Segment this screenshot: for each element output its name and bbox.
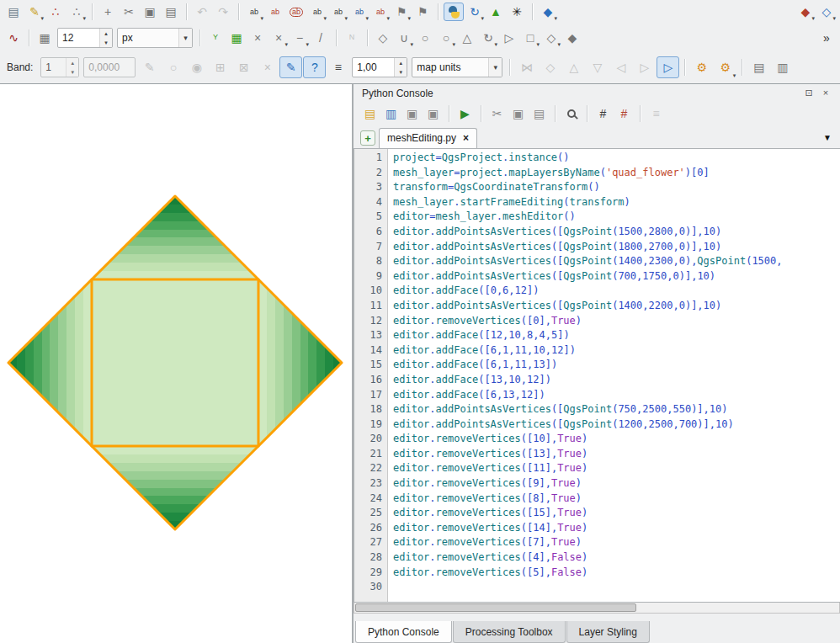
comment-icon[interactable]: # — [593, 104, 613, 123]
dock-tab-processing-toolbox[interactable]: Processing Toolbox — [453, 621, 566, 643]
force-by-geometry-icon[interactable]: ▷ — [657, 56, 679, 78]
spinner-arrows-icon[interactable]: ▴▾ — [394, 58, 407, 77]
code-line[interactable]: editor.addPointsAsVertices([QgsPoint(180… — [393, 240, 840, 255]
code-line[interactable]: editor.addFace([6,13,12]) — [393, 388, 840, 403]
slash-icon[interactable]: / — [311, 29, 331, 47]
label-red-icon[interactable]: ab — [265, 3, 285, 21]
python-console-icon[interactable] — [444, 3, 464, 21]
edit-mesh-pencil-icon[interactable]: ✎ — [279, 56, 302, 78]
editor-tab-meshediting[interactable]: meshEditing.py × — [379, 128, 477, 148]
slingshot-icon[interactable]: Y — [205, 29, 226, 47]
open-in-editor-icon[interactable]: ▥ — [381, 104, 401, 123]
label-red2-icon[interactable]: ab▾ — [370, 3, 391, 21]
show-pinned-labels-icon[interactable]: ⚑ — [412, 3, 433, 21]
map-canvas[interactable] — [0, 84, 352, 643]
offset-curve-icon[interactable]: ∪▾ — [394, 29, 414, 47]
simplify-icon[interactable]: ▷ — [499, 29, 519, 47]
ring-icon[interactable]: ○ — [415, 29, 435, 47]
code-line[interactable]: editor.addPointsAsVertices([QgsPoint(140… — [393, 299, 840, 314]
code-line[interactable]: editor.removeVertices([11],True) — [393, 461, 840, 476]
pin-labels-icon[interactable]: ⚑▾ — [391, 3, 412, 21]
horizontal-scrollbar[interactable] — [354, 603, 840, 614]
code-line[interactable]: editor.addPointsAsVertices([QgsPoint(140… — [393, 254, 840, 269]
options-gear-icon[interactable]: ⚙ — [690, 56, 713, 78]
paste-icon[interactable]: ▤ — [529, 104, 549, 123]
code-line[interactable] — [393, 580, 840, 595]
z-value-field[interactable]: 0,0000 — [83, 57, 136, 77]
map-units-combobox[interactable]: map units▾ — [412, 57, 502, 77]
code-line[interactable]: editor.addFace([6,1,11,13]) — [393, 358, 840, 373]
open-script-icon[interactable]: ▤ — [360, 104, 380, 123]
label-blue-icon[interactable]: ab▾ — [349, 3, 369, 21]
rotate-icon[interactable]: ↻▾ — [478, 29, 498, 47]
code-line[interactable]: editor.removeVertices([5],False) — [393, 566, 840, 581]
code-line[interactable]: editor.addPointsAsVertices([QgsPoint(150… — [393, 225, 840, 240]
refresh-map-icon[interactable]: ↻▾ — [465, 3, 485, 21]
add-tab-button[interactable]: + — [360, 130, 375, 146]
code-line[interactable]: editor.removeVertices([13],True) — [393, 447, 840, 462]
copy-icon[interactable]: ▣ — [508, 104, 528, 123]
code-line[interactable]: editor.addPointsAsVertices([QgsPoint(120… — [393, 417, 840, 433]
paste-features-icon[interactable]: ▤ — [161, 3, 181, 21]
run-script-icon[interactable]: ▶ — [455, 104, 475, 123]
code-line[interactable]: editor.addFace([12,10,8,4,5]) — [393, 328, 840, 343]
code-line[interactable]: editor.addFace([0,6,12]) — [393, 284, 840, 299]
save-as-icon[interactable]: ▣ — [423, 104, 443, 123]
metasearch-icon[interactable]: ◆▾ — [538, 3, 558, 21]
rotate-symbols-icon[interactable]: ◇▾ — [541, 29, 561, 47]
tab-list-dropdown-icon[interactable]: ▼ — [823, 133, 835, 148]
code-line[interactable]: editor.addPointsAsVertices([QgsPoint(700… — [393, 269, 840, 284]
copy-features-icon[interactable]: ▣ — [140, 3, 160, 21]
move-feature-icon[interactable]: + — [98, 3, 118, 21]
code-line[interactable]: mesh_layer=project.mapLayersByName('quad… — [393, 166, 840, 181]
code-line[interactable]: editor.removeVertices([10],True) — [393, 432, 840, 447]
code-line[interactable]: editor.addPointsAsVertices([QgsPoint(750… — [393, 402, 840, 417]
add-ring-icon[interactable]: ○▾ — [436, 29, 456, 47]
style-dock-icon[interactable]: ▤ — [3, 3, 24, 21]
find-text-icon[interactable] — [561, 104, 581, 123]
offset-symbol-icon[interactable]: ◆ — [562, 29, 582, 47]
red-nodes-icon[interactable]: ∴ — [45, 3, 66, 21]
hscroll-thumb[interactable] — [355, 603, 636, 612]
label-options-icon[interactable]: ab▾ — [244, 3, 264, 21]
toolbar-extension-icon[interactable]: » — [816, 29, 837, 47]
annotation-pencil-icon[interactable]: ✎▾ — [24, 3, 45, 21]
add-gear-icon[interactable]: ⚙▾ — [714, 56, 736, 78]
topology-checker-icon[interactable]: ◆▾ — [795, 3, 816, 21]
processing-model-icon[interactable]: ▲ — [486, 3, 506, 21]
spinner-arrows-icon[interactable]: ▴▾ — [66, 58, 78, 77]
dock-tab-python-console[interactable]: Python Console — [355, 621, 452, 643]
delete-arrow-icon[interactable]: ×▾ — [268, 29, 289, 47]
save-icon[interactable]: ▣ — [402, 104, 422, 123]
add-part-icon[interactable]: △ — [457, 29, 477, 47]
uncomment-icon[interactable]: # — [614, 104, 634, 123]
question-tool-icon[interactable]: ? — [303, 56, 326, 78]
plugin-bug-icon[interactable]: ✳ — [507, 3, 527, 21]
cut-icon[interactable]: ✂ — [487, 104, 507, 123]
geometry-checker-icon[interactable]: ◇▾ — [816, 3, 837, 21]
code-line[interactable]: editor=mesh_layer.meshEditor() — [393, 210, 840, 225]
search-radius-spinbox[interactable]: 1,00▴▾ — [352, 57, 407, 77]
mesh-wave-icon[interactable]: ∿ — [3, 29, 24, 47]
dash-icon[interactable]: −▾ — [290, 29, 310, 47]
label-dark-icon[interactable]: ab▾ — [307, 3, 327, 21]
code-line[interactable]: project=QgsProject.instance() — [393, 151, 840, 166]
code-area[interactable]: project=QgsProject.instance()mesh_layer=… — [388, 149, 840, 602]
code-line[interactable]: editor.removeVertices([0],True) — [393, 314, 840, 329]
code-line[interactable]: editor.removeVertices([7],True) — [393, 535, 840, 550]
gray-nodes-icon[interactable]: ∴▾ — [66, 3, 87, 21]
green-map-icon[interactable]: ▦ — [226, 29, 247, 47]
code-line[interactable]: editor.addFace([6,1,11,10,12]) — [393, 343, 840, 359]
lines-icon[interactable]: ≡ — [327, 56, 349, 78]
cut-features-icon[interactable]: ✂ — [119, 3, 139, 21]
reindex-icon[interactable]: ▤ — [747, 56, 770, 78]
code-line[interactable]: editor.addFace([13,10,12]) — [393, 373, 840, 388]
units-combobox[interactable]: px▾ — [117, 28, 193, 48]
size-spinbox[interactable]: 12▴▾ — [57, 28, 113, 48]
close-tab-icon[interactable]: × — [463, 132, 469, 144]
close-panel-icon[interactable]: × — [820, 88, 832, 98]
delete-icon[interactable]: × — [247, 29, 268, 47]
code-line[interactable]: mesh_layer.startFrameEditing(transform) — [393, 195, 840, 210]
dock-tab-layer-styling[interactable]: Layer Styling — [566, 621, 650, 643]
snapping-grid-icon[interactable]: ▦ — [35, 29, 55, 47]
